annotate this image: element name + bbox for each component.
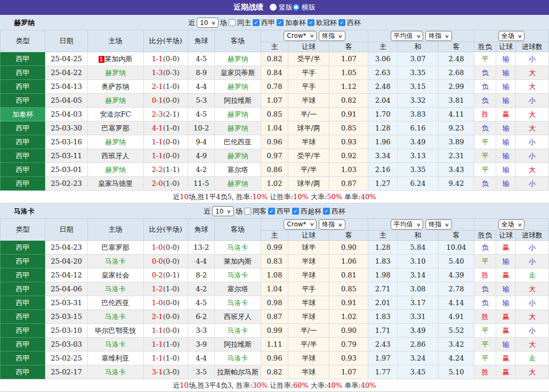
home-team-cell: 巴伦西亚 — [87, 296, 143, 310]
subcolumn-header: 让球 — [288, 42, 329, 52]
match-date-cell: 25-03-03 — [45, 338, 87, 352]
score-cell: 2-1(1-0) — [143, 80, 188, 94]
summary-segment: 40% — [327, 381, 342, 389]
avg-draw-cell: 3.83 — [397, 108, 438, 121]
match-type-cell: 西甲 — [1, 268, 45, 282]
league-checkbox[interactable]: ✓ — [277, 19, 284, 26]
league-checkbox[interactable]: ✓ — [308, 19, 314, 26]
odds-away-cell: 1.03 — [329, 163, 368, 177]
odds-time-select[interactable]: 终指∨ — [319, 219, 345, 230]
match-date-cell: 25-03-30 — [45, 121, 87, 135]
summary-segment: 大率: — [309, 381, 327, 389]
odds-away-cell: 0.82 — [329, 94, 368, 108]
full-time-score: 1-1 — [152, 55, 163, 63]
average-time-select[interactable]: 终指∨ — [425, 219, 452, 230]
avg-home-cell: 1.70 — [368, 108, 398, 121]
result-goals-cell: 小 — [516, 135, 549, 149]
full-time-score: 1-0 — [152, 243, 163, 251]
match-date-cell: 25-04-12 — [45, 268, 87, 282]
odds-handicap-cell: 半球 — [288, 255, 329, 268]
match-row: 西甲25-02-17马洛卡3-1(3-0)3-5拉斯帕尔马斯0.82半球1.07… — [1, 365, 549, 379]
away-team-name: 阿拉维斯 — [224, 96, 252, 104]
away-team-name: 拉斯帕尔马斯 — [217, 368, 259, 376]
odds-time-select[interactable]: 终指∨ — [319, 31, 345, 41]
league-checkbox[interactable]: ✓ — [338, 19, 345, 26]
summary-segment: 10% — [293, 193, 309, 201]
score-cell: 1-1(1-0) — [143, 352, 188, 365]
same-venue-checkbox[interactable] — [229, 19, 236, 26]
display-mode-radio[interactable]: 竖版 — [270, 3, 293, 12]
odds-source-select[interactable]: Crow*∨ — [284, 219, 317, 230]
team-section: 赫罗纳近10∨场同主✓西甲✓加泰杯✓欧冠杯✓西杯类型日期主场比分(半场)角球客场… — [0, 15, 549, 203]
league-checkbox[interactable]: ✓ — [253, 19, 260, 26]
scope-select[interactable]: 全场∨ — [498, 31, 525, 41]
avg-draw-cell: 6.24 — [397, 177, 438, 191]
average-type-select[interactable]: 平均值∨ — [391, 219, 424, 230]
match-table: 类型日期主场比分(半场)角球客场Crow*∨终指∨平均值∨终指∨全场∨主让球客主… — [0, 218, 549, 392]
result-handicap-cell: 输 — [496, 149, 516, 163]
match-row: 西甲25-04-06马洛卡1-2(1-0)4-2塞尔塔1.04平手0.852.7… — [1, 282, 549, 296]
same-venue-checkbox[interactable] — [244, 208, 251, 215]
odds-handicap-cell: 半球 — [288, 310, 329, 324]
match-row: 西甲25-04-12皇家社会0-2(0-1)8-2马洛卡1.08半球0.811.… — [1, 268, 549, 282]
league-label: 西超杯 — [301, 207, 321, 216]
avg-draw-cell: 3.07 — [397, 52, 438, 66]
summary-segment: 单率: — [342, 193, 361, 201]
match-date-cell: 25-04-06 — [45, 282, 87, 296]
column-header: 日期 — [45, 219, 87, 241]
filter-bar: 近10∨场同主✓西甲✓加泰杯✓欧冠杯✓西杯 — [188, 18, 361, 28]
half-time-score: (0-0) — [163, 138, 180, 146]
recent-count-select[interactable]: 10∨ — [212, 206, 234, 216]
subcolumn-header: 客 — [439, 42, 474, 52]
odds-away-cell: 0.79 — [329, 338, 368, 352]
result-handicap-cell: 输 — [496, 338, 516, 352]
odds-away-cell: 0.90 — [329, 241, 368, 255]
recent-count-select[interactable]: 10∨ — [197, 18, 219, 28]
league-checkbox[interactable]: ✓ — [268, 208, 275, 215]
summary-segment: 50% — [327, 193, 342, 201]
score-cell: 0-2(0-1) — [143, 268, 188, 282]
avg-home-cell: 2.04 — [368, 94, 398, 108]
games-label: 场 — [236, 207, 243, 216]
league-checkbox[interactable]: ✓ — [292, 208, 299, 215]
corners-cell: 4-4 — [188, 80, 214, 94]
odds-home-cell: 1.04 — [261, 121, 288, 135]
league-label: 加泰杯 — [285, 18, 306, 28]
corners-cell: 4-9 — [188, 149, 214, 163]
match-type-cell: 西甲 — [1, 352, 45, 365]
league-checkbox[interactable]: ✓ — [323, 208, 330, 215]
result-goals-cell: 小 — [516, 255, 549, 268]
summary-segment: 40% — [361, 193, 376, 201]
odds-source-select[interactable]: Crow*∨ — [284, 31, 317, 41]
result-handicap-cell: 赢 — [496, 241, 516, 255]
result-handicap-cell: 赢 — [496, 108, 516, 121]
home-team-name: 安道尔FC — [100, 110, 131, 118]
avg-away-cell: 4.11 — [439, 108, 474, 121]
corners-cell: 4-4 — [188, 255, 214, 268]
half-time-score: (1-0) — [163, 179, 180, 187]
result-outcome-cell: 胜 — [474, 268, 496, 282]
match-row: 西甲25-04-22赫罗纳1-3(0-3)8-9皇家贝蒂斯0.84平手1.052… — [1, 66, 549, 80]
display-mode-radio[interactable]: 横版 — [293, 3, 316, 12]
average-type-select[interactable]: 平均值∨ — [391, 31, 424, 41]
score-cell: 4-1(1-0) — [143, 121, 188, 135]
result-group-header: 全场∨ — [474, 219, 548, 231]
odds-handicap-cell: 受平/半 — [288, 149, 329, 163]
away-team-cell: 马洛卡 — [215, 352, 261, 365]
odds-away-cell: 0.92 — [329, 149, 368, 163]
summary-segment: 30% — [252, 381, 268, 389]
scope-select[interactable]: 全场∨ — [498, 219, 525, 230]
full-time-score: 4-1 — [152, 124, 163, 132]
odds-away-cell: 1.12 — [329, 80, 368, 94]
score-cell: 1-2(1-0) — [143, 282, 188, 296]
odds-away-cell: 0.91 — [329, 108, 368, 121]
full-time-score: 1-0 — [152, 299, 163, 307]
chevron-down-icon: ∨ — [338, 34, 343, 39]
header-row-groups: 类型日期主场比分(半场)角球客场Crow*∨终指∨平均值∨终指∨全场∨ — [1, 30, 549, 42]
average-time-select[interactable]: 终指∨ — [425, 31, 452, 41]
match-date-cell: 25-04-13 — [45, 80, 87, 94]
subcolumn-header: 主 — [368, 42, 398, 52]
avg-home-cell: 2.48 — [368, 80, 398, 94]
result-outcome-cell: 平 — [474, 135, 496, 149]
home-team-cell: 巴塞罗那 — [87, 241, 143, 255]
